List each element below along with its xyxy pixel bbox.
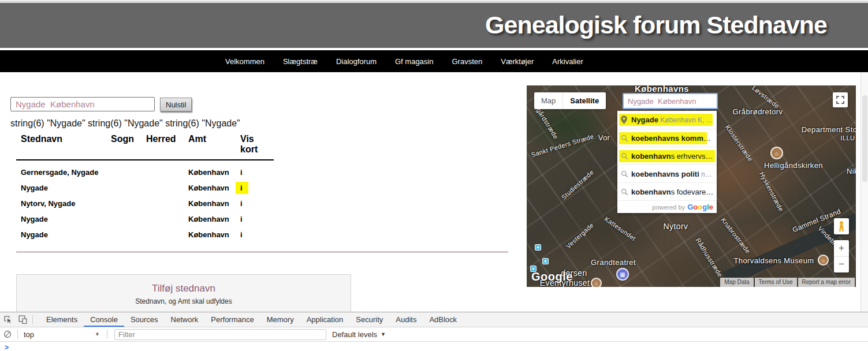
- results-table: StednavnSognHerredAmtVis kort Gernersgad…: [16, 134, 274, 242]
- nav-item-værktøjer[interactable]: Værktøjer: [501, 57, 534, 66]
- autocomplete-suggestion[interactable]: koebenhavns komm…: [617, 129, 717, 147]
- tab-audits[interactable]: Audits: [389, 312, 423, 327]
- autocomplete-suggestion[interactable]: kobenhavns erhvervs…: [617, 147, 717, 165]
- cell-stednavn: Nygade: [16, 230, 111, 239]
- bus-stop-icon[interactable]: [542, 258, 549, 264]
- map-label: Hyskenstræde: [758, 171, 785, 212]
- tab-sources[interactable]: Sources: [124, 312, 165, 327]
- page: Genealogisk forum Stednavne VelkommenSlæ…: [0, 0, 868, 351]
- poi-glyph: ⌂: [594, 280, 598, 286]
- zoom-in-button[interactable]: +: [834, 240, 849, 257]
- show-map-link[interactable]: i: [240, 230, 274, 239]
- nav-item-velkommen[interactable]: Velkommen: [225, 57, 265, 66]
- suggestion-text: Nygade København K, …: [631, 115, 713, 124]
- map-label: Thorvaldsens Museum: [733, 256, 814, 265]
- console-output[interactable]: >: [0, 343, 868, 351]
- show-map-link[interactable]: i: [240, 215, 274, 223]
- table-row: NygadeKøbenhavni: [16, 211, 274, 227]
- nav-bar: VelkommenSlægtstræDialogforumGf magasinG…: [0, 50, 868, 72]
- tab-elements[interactable]: Elements: [40, 312, 84, 327]
- reset-button[interactable]: Nulstil: [160, 98, 192, 111]
- map-label: Vor: [598, 133, 610, 142]
- browser-edge-strip: [0, 0, 868, 2]
- map-label: gårdstræde: [535, 107, 560, 140]
- execution-context-selector[interactable]: top ▼: [24, 330, 105, 339]
- show-map-link[interactable]: i: [240, 168, 274, 177]
- nav-item-arkivalier[interactable]: Arkivalier: [552, 57, 583, 66]
- site-header: Genealogisk forum Stednavne: [0, 3, 868, 48]
- map-view-button[interactable]: Map: [534, 92, 563, 109]
- autocomplete-suggestion[interactable]: kobenhavns fodevare…: [617, 182, 717, 200]
- levels-label: Default levels: [332, 330, 377, 339]
- suggestion-text: koebenhavns politi n…: [631, 170, 712, 178]
- church-poi-icon[interactable]: ⌂: [770, 147, 783, 159]
- suggestion-text: koebenhavns komm…: [631, 134, 711, 143]
- satellite-view-button[interactable]: Satellite: [563, 92, 606, 109]
- theatre-poi-icon[interactable]: ▦: [616, 268, 629, 281]
- museum-poi-icon[interactable]: ⌂: [591, 278, 602, 287]
- column-header: Herred: [146, 134, 188, 155]
- map-search-input[interactable]: [623, 93, 718, 109]
- cell-amt: København: [188, 199, 240, 208]
- map-label: Helligåndskirken: [764, 161, 823, 170]
- chevron-down-icon: ▼: [95, 331, 105, 337]
- google-logo[interactable]: Google: [531, 270, 573, 283]
- map-label: Klosterstræde: [724, 124, 754, 162]
- nav-item-slægtstræ[interactable]: Slægtstræ: [283, 57, 318, 66]
- column-header: Vis kort: [240, 134, 274, 155]
- search-icon: [621, 152, 631, 160]
- street-view-control[interactable]: [834, 218, 849, 234]
- zoom-out-button[interactable]: −: [834, 257, 849, 273]
- tab-security[interactable]: Security: [349, 312, 389, 327]
- poi-glyph: ⌂: [775, 150, 778, 156]
- attribution-link-map-data[interactable]: Map Data: [720, 278, 753, 287]
- separator: [32, 315, 33, 324]
- search-icon: [621, 188, 631, 196]
- map-label: Knabrostræde: [720, 216, 751, 255]
- tab-network[interactable]: Network: [165, 312, 205, 327]
- scrollbar-thumb[interactable]: [862, 95, 867, 182]
- powered-by-label: powered by: [652, 204, 685, 211]
- bus-stop-icon[interactable]: [535, 244, 541, 251]
- google-map[interactable]: KøbenhavnsGråbrødretorvDepartment StoILL…: [527, 85, 856, 287]
- divider: [16, 252, 508, 252]
- add-placename-title: Tilføj stednavn: [17, 283, 351, 294]
- museum-poi-icon[interactable]: ⌂: [818, 255, 829, 266]
- fullscreen-button[interactable]: [833, 92, 848, 107]
- context-value: top: [24, 330, 34, 339]
- cell-amt: København: [188, 168, 240, 177]
- show-map-link[interactable]: i: [236, 182, 248, 194]
- column-header: Stednavn: [16, 134, 111, 155]
- table-row: Nytorv, NygadeKøbenhavni: [16, 196, 274, 211]
- nav-item-dialogforum[interactable]: Dialogforum: [336, 57, 377, 66]
- cell-amt: København: [188, 184, 240, 192]
- tab-memory[interactable]: Memory: [260, 312, 300, 327]
- nav-item-gravsten[interactable]: Gravsten: [452, 57, 482, 66]
- autocomplete-suggestion[interactable]: koebenhavns politi n…: [617, 165, 717, 182]
- cell-stednavn: Nytorv, Nygade: [16, 199, 111, 208]
- cell-stednavn: Gernersgade, Nygade: [16, 168, 111, 177]
- autocomplete-suggestion[interactable]: Nygade København K, …: [617, 111, 717, 129]
- toggle-device-toolbar-button[interactable]: [15, 312, 30, 327]
- log-levels-dropdown[interactable]: Default levels ▼: [332, 330, 386, 339]
- attribution-link-report-a-map-error[interactable]: Report a map error: [798, 278, 855, 287]
- nav-item-gf-magasin[interactable]: Gf magasin: [395, 57, 433, 66]
- attribution-link-terms-of-use[interactable]: Terms of Use: [755, 278, 797, 287]
- pegman-icon: [839, 221, 844, 231]
- separator: [107, 330, 107, 339]
- inspect-element-button[interactable]: [0, 312, 15, 327]
- devtools-tab-bar: ElementsConsoleSourcesNetworkPerformance…: [0, 312, 868, 327]
- tab-application[interactable]: Application: [300, 312, 350, 327]
- tab-performance[interactable]: Performance: [204, 312, 260, 327]
- search-icon: [621, 170, 631, 178]
- suggestion-text: kobenhavns fodevare…: [631, 188, 713, 196]
- search-input[interactable]: [10, 97, 155, 111]
- page-scrollbar[interactable]: [860, 72, 868, 312]
- show-map-link[interactable]: i: [240, 199, 274, 208]
- clear-console-button[interactable]: [0, 327, 15, 342]
- table-row: NygadeKøbenhavni: [16, 227, 274, 242]
- tab-console[interactable]: Console: [84, 312, 124, 327]
- column-header: Amt: [188, 134, 240, 155]
- tab-adblock[interactable]: AdBlock: [423, 312, 463, 327]
- console-filter-input[interactable]: [114, 329, 326, 340]
